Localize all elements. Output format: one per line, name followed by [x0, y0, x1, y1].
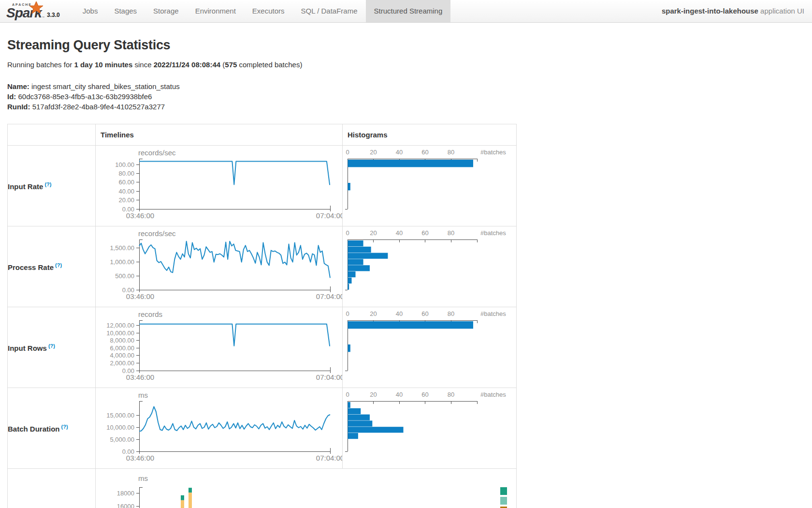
svg-text:100.00: 100.00	[115, 161, 134, 168]
svg-text:10,000.00: 10,000.00	[106, 329, 134, 337]
svg-text:0: 0	[346, 229, 349, 237]
tab-structured-streaming[interactable]: Structured Streaming	[366, 0, 451, 22]
name-label: Name:	[7, 82, 29, 90]
timeline-cell-input-rate: records/sec100.0080.0060.0040.0020.000.0…	[96, 146, 343, 226]
svg-text:80.00: 80.00	[118, 170, 134, 177]
svg-text:07:04:00: 07:04:00	[316, 292, 342, 300]
svg-text:#batches: #batches	[480, 229, 506, 237]
running-text: (	[220, 60, 225, 69]
svg-text:40: 40	[396, 310, 403, 317]
help-link[interactable]: (?)	[43, 181, 51, 187]
table-row-input-rate: Input Rate (?)records/sec100.0080.0060.0…	[8, 146, 517, 226]
timeline-cell-batch-duration: ms15,000.0010,000.005,000.000.0003:46:00…	[96, 388, 343, 469]
svg-text:#batches: #batches	[480, 310, 506, 317]
runid-value: 517afd3f-28e2-4ba8-9fe4-4102527a3277	[30, 103, 165, 111]
running-duration: 1 day 10 minutes	[74, 60, 132, 69]
histogram-chart-input-rows: 020406080#batches	[343, 309, 516, 386]
svg-text:80: 80	[448, 310, 454, 317]
name-value: ingest smart_city shared_bikes_station_s…	[29, 82, 180, 90]
timeline-chart-batch-duration: ms15,000.0010,000.005,000.000.0003:46:00…	[96, 389, 342, 467]
svg-text:80: 80	[448, 229, 454, 237]
running-start-time: 2022/11/24 08:08:44	[154, 60, 220, 69]
tab-storage[interactable]: Storage	[145, 0, 187, 22]
svg-text:18000: 18000	[117, 490, 134, 497]
help-link[interactable]: (?)	[54, 262, 62, 268]
svg-text:20.00: 20.00	[118, 196, 134, 204]
query-id-line: Id: 60dc3768-85e3-4fb5-a13c-63b29938bfe6	[7, 91, 805, 102]
tab-stages[interactable]: Stages	[106, 0, 145, 22]
svg-text:60: 60	[421, 149, 428, 156]
svg-text:03:46:00: 03:46:00	[126, 292, 154, 300]
empty-header-cell	[8, 124, 96, 146]
table-row-batch-duration: Batch Duration (?)ms15,000.0010,000.005,…	[8, 388, 517, 469]
svg-text:ms: ms	[138, 474, 148, 482]
running-text: since	[132, 60, 153, 69]
svg-text:03:46:00: 03:46:00	[126, 373, 154, 381]
row-label-text: Batch Duration	[8, 425, 60, 433]
svg-text:16000: 16000	[117, 503, 134, 508]
spark-version: 3.3.0	[47, 12, 60, 20]
svg-text:0: 0	[346, 391, 349, 398]
top-navbar: APACHE Spark ™ 3.3.0 Jobs Stages Storage…	[0, 0, 812, 23]
svg-text:80: 80	[448, 149, 454, 156]
svg-text:#batches: #batches	[480, 149, 506, 156]
svg-text:03:46:00: 03:46:00	[126, 211, 154, 220]
timeline-chart-input-rate: records/sec100.0080.0060.0040.0020.000.0…	[96, 147, 342, 224]
histogram-chart-batch-duration: 020406080#batches	[343, 389, 516, 467]
query-runid-line: RunId: 517afd3f-28e2-4ba8-9fe4-4102527a3…	[7, 102, 805, 112]
row-label-text: Input Rows	[8, 344, 47, 352]
table-header-row: Timelines Histograms	[8, 124, 517, 146]
help-link[interactable]: (?)	[47, 343, 55, 349]
row-label-input-rate: Input Rate (?)	[8, 146, 96, 226]
tab-sql-dataframe[interactable]: SQL / DataFrame	[293, 0, 366, 22]
svg-text:6,000.00: 6,000.00	[110, 344, 134, 352]
svg-text:60.00: 60.00	[118, 179, 134, 186]
spark-logo-icon: APACHE Spark ™	[6, 1, 44, 20]
query-name-line: Name: ingest smart_city shared_bikes_sta…	[7, 81, 805, 91]
svg-text:20: 20	[370, 229, 377, 237]
svg-text:60: 60	[421, 229, 428, 237]
row-label-input-rows: Input Rows (?)	[8, 307, 96, 388]
svg-text:2,000.00: 2,000.00	[110, 359, 134, 367]
histogram-chart-process-rate: 020406080#batches	[343, 228, 516, 305]
svg-text:0: 0	[346, 310, 349, 317]
timeline-cell-process-rate: records/sec1,500.001,000.00500.000.0003:…	[96, 226, 343, 307]
app-title: spark-ingest-into-lakehouse application …	[662, 0, 812, 22]
svg-text:40: 40	[396, 149, 403, 156]
page-title: Streaming Query Statistics	[7, 38, 805, 53]
stacked-chart-cell-operation-duration: ms180001600014000	[96, 469, 517, 508]
id-value: 60dc3768-85e3-4fb5-a13c-63b29938bfe6	[16, 92, 152, 101]
histograms-header: Histograms	[343, 124, 517, 146]
svg-text:records/sec: records/sec	[138, 229, 176, 238]
svg-text:ms: ms	[138, 391, 148, 399]
runid-label: RunId:	[7, 103, 30, 111]
tab-executors[interactable]: Executors	[244, 0, 293, 22]
svg-text:records: records	[138, 310, 162, 318]
app-name: spark-ingest-into-lakehouse	[662, 7, 758, 15]
timeline-chart-operation-duration: ms180001600014000	[96, 473, 516, 508]
table-row-process-rate: Process Rate (?)records/sec1,500.001,000…	[8, 226, 517, 307]
histogram-cell-batch-duration: 020406080#batches	[343, 388, 517, 469]
tab-environment[interactable]: Environment	[187, 0, 244, 22]
table-row-operation-duration: ms180001600014000	[8, 469, 517, 508]
spark-logo: APACHE Spark ™ 3.3.0	[0, 0, 64, 22]
tab-jobs[interactable]: Jobs	[74, 0, 106, 22]
svg-text:0: 0	[346, 149, 349, 156]
svg-text:4,000.00: 4,000.00	[110, 352, 134, 359]
row-label-operation-duration	[8, 469, 96, 508]
id-label: Id:	[7, 92, 16, 101]
help-link[interactable]: (?)	[60, 424, 68, 430]
nav-spacer	[450, 0, 662, 22]
timelines-header: Timelines	[96, 124, 343, 146]
svg-text:12,000.00: 12,000.00	[106, 322, 134, 329]
svg-text:#batches: #batches	[480, 391, 506, 398]
svg-text:20: 20	[370, 310, 377, 317]
svg-text:07:04:00: 07:04:00	[316, 211, 342, 220]
row-label-process-rate: Process Rate (?)	[8, 226, 96, 307]
histogram-cell-input-rows: 020406080#batches	[343, 307, 517, 388]
running-batches-line: Running batches for 1 day 10 minutes sin…	[7, 60, 805, 69]
svg-text:10,000.00: 10,000.00	[106, 424, 134, 431]
query-metadata: Name: ingest smart_city shared_bikes_sta…	[7, 81, 805, 112]
histogram-chart-input-rate: 020406080#batches	[343, 147, 516, 224]
svg-text:40.00: 40.00	[118, 188, 134, 195]
